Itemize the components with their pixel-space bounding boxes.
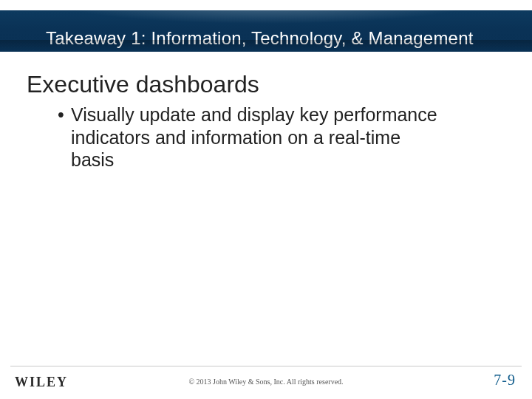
content-heading: Executive dashboards <box>27 71 259 98</box>
title-bar: Takeaway 1: Information, Technology, & M… <box>0 10 532 52</box>
slide: Takeaway 1: Information, Technology, & M… <box>0 0 532 399</box>
bullet-list: • Visually update and display key perfor… <box>58 103 442 171</box>
bullet-text: Visually update and display key performa… <box>71 103 442 171</box>
list-item: • Visually update and display key perfor… <box>58 103 442 171</box>
footer-divider <box>10 366 522 366</box>
slide-title: Takeaway 1: Information, Technology, & M… <box>46 28 489 49</box>
bullet-icon: • <box>58 103 71 171</box>
copyright-text: © 2013 John Wiley & Sons, Inc. All right… <box>0 378 532 386</box>
page-number: 7-9 <box>494 372 516 389</box>
